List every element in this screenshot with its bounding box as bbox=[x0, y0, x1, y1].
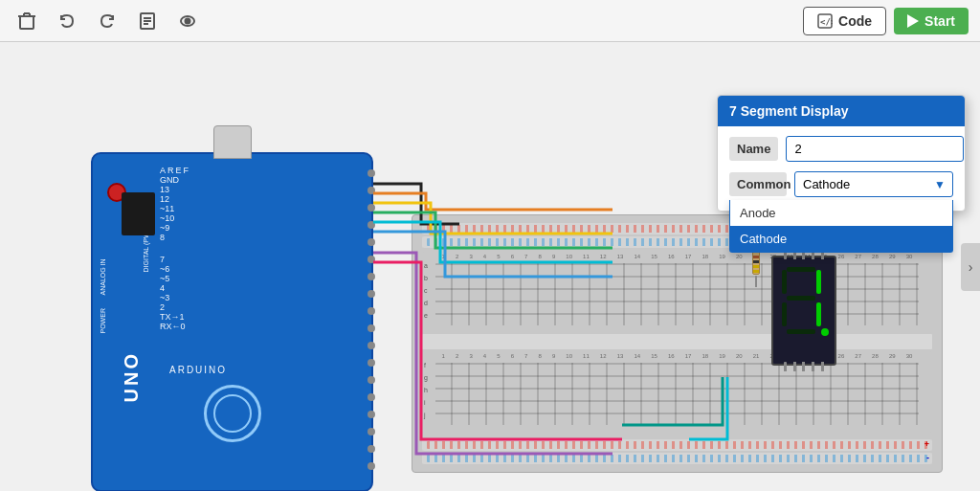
arduino-label-8: 8 bbox=[160, 233, 165, 242]
common-dropdown: Anode Cathode bbox=[729, 200, 953, 253]
common-label: Common bbox=[729, 172, 787, 196]
svg-rect-14 bbox=[787, 267, 815, 272]
arduino-board: AREF GND 13 12 ~11 ~10 ~9 8 7 ~6 ~5 4 ~3… bbox=[91, 152, 373, 491]
svg-rect-20 bbox=[787, 329, 815, 334]
undo-button[interactable] bbox=[52, 6, 82, 36]
start-button[interactable]: Start bbox=[894, 8, 969, 34]
redo-button[interactable] bbox=[92, 6, 122, 36]
arduino-analog-label: ANALOG IN bbox=[100, 258, 106, 295]
arduino-label-9: ~9 bbox=[160, 223, 169, 233]
svg-rect-18 bbox=[782, 302, 787, 326]
arduino-label-6: ~6 bbox=[160, 264, 169, 274]
dropdown-option-anode[interactable]: Anode bbox=[730, 200, 952, 226]
svg-rect-0 bbox=[20, 16, 33, 29]
svg-point-21 bbox=[821, 328, 829, 336]
arduino-label-rx0: RX←0 bbox=[160, 322, 186, 331]
name-input[interactable] bbox=[786, 136, 964, 162]
arduino-label-11: ~11 bbox=[160, 204, 174, 213]
popup-header: 7 Segment Display bbox=[718, 96, 965, 126]
seg-pins-bottom bbox=[781, 362, 827, 371]
seven-segment-svg bbox=[775, 262, 833, 358]
arduino-logo bbox=[204, 385, 261, 442]
arduino-brand-label: ARDUINO bbox=[169, 365, 227, 375]
name-row: Name bbox=[729, 136, 953, 162]
digital-pin-headers bbox=[368, 168, 375, 471]
eye-button[interactable] bbox=[172, 6, 203, 36]
arduino-label-aref: AREF bbox=[160, 166, 190, 175]
bb-top-half: abcde 1234567891011121314151617181920212… bbox=[422, 252, 932, 333]
start-label: Start bbox=[924, 13, 955, 29]
name-label: Name bbox=[729, 137, 778, 161]
bb-rail-bottom-positive: + bbox=[422, 439, 932, 451]
usb-connector bbox=[213, 125, 252, 159]
arduino-label-5: ~5 bbox=[160, 274, 169, 283]
common-row: Common Anode Cathode ▼ bbox=[729, 171, 953, 197]
chevron-right-icon: › bbox=[969, 259, 973, 275]
panel-collapse-button[interactable]: › bbox=[961, 243, 980, 291]
delete-button[interactable] bbox=[11, 6, 42, 36]
arduino-power-label: POWER bbox=[100, 308, 106, 333]
arduino-label-10: ~10 bbox=[160, 213, 174, 223]
bb-center-divider bbox=[422, 334, 932, 349]
arduino-label-3: ~3 bbox=[160, 293, 169, 302]
code-button[interactable]: </> Code bbox=[803, 7, 886, 35]
arduino-label-tx1: TX→1 bbox=[160, 312, 185, 322]
code-label: Code bbox=[838, 13, 872, 29]
segment-display-popup: 7 Segment Display Name Common Anode Cath… bbox=[717, 95, 966, 212]
arduino-label-4: 4 bbox=[160, 283, 165, 293]
arduino-uno-label: UNO bbox=[121, 351, 143, 402]
svg-marker-13 bbox=[907, 14, 919, 28]
note-button[interactable] bbox=[132, 6, 163, 36]
common-select[interactable]: Anode Cathode bbox=[794, 171, 953, 197]
popup-title: 7 Segment Display bbox=[729, 103, 849, 119]
arduino-label-12: 12 bbox=[160, 194, 169, 204]
breadboard: + - abcde 123456789101112131415161718192… bbox=[412, 214, 943, 473]
svg-point-10 bbox=[186, 18, 190, 23]
svg-rect-19 bbox=[816, 302, 821, 326]
arduino-label-7: 7 bbox=[160, 255, 165, 264]
seven-segment-display bbox=[771, 256, 836, 366]
svg-rect-16 bbox=[816, 270, 821, 294]
bb-rail-bottom-negative: - bbox=[422, 453, 932, 464]
canvas-area: AREF GND 13 12 ~11 ~10 ~9 8 7 ~6 ~5 4 ~3… bbox=[0, 42, 980, 491]
svg-text:</>: </> bbox=[820, 17, 833, 27]
dropdown-option-cathode[interactable]: Cathode bbox=[730, 226, 952, 252]
svg-rect-17 bbox=[787, 296, 815, 301]
arduino-label-gnd: GND bbox=[160, 175, 179, 185]
arduino-label-2: 2 bbox=[160, 302, 165, 312]
bb-bottom-half: fghij 1234567891011121314151617181920212… bbox=[422, 351, 932, 433]
arduino-label-13: 13 bbox=[160, 185, 169, 194]
svg-rect-15 bbox=[782, 270, 787, 294]
common-select-wrapper: Anode Cathode ▼ bbox=[794, 171, 953, 197]
power-ic bbox=[122, 192, 155, 235]
toolbar: </> Code Start bbox=[0, 0, 980, 42]
